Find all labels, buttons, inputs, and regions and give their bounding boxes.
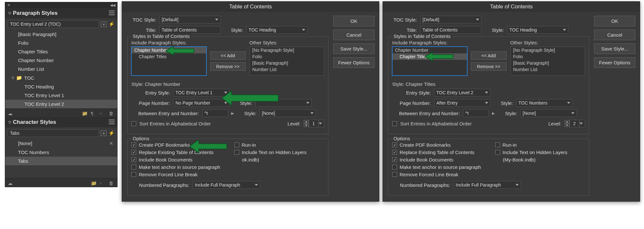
pdf-bookmarks-checkbox[interactable] (131, 142, 136, 147)
add-button[interactable]: << Add (471, 51, 507, 60)
clear-override-icon[interactable]: ⚡ (109, 21, 115, 27)
include-book-checkbox[interactable] (392, 157, 397, 162)
list-item[interactable]: TOC Entry Level 1 (5, 91, 117, 100)
collapse-icon[interactable]: ◀◀ (110, 3, 115, 7)
remove-break-checkbox[interactable] (131, 172, 136, 177)
be-style-select[interactable]: [None] (260, 109, 316, 117)
title-style-select[interactable]: TOC Heading (507, 26, 568, 34)
list-item[interactable]: Number List (250, 66, 324, 73)
current-style-field[interactable] (8, 20, 99, 28)
entry-style-select[interactable]: TOC Entry Level 2 (434, 89, 490, 96)
toc-style-select[interactable]: [Default] (420, 16, 481, 23)
list-item[interactable]: Folio (250, 53, 324, 60)
fewer-options-button[interactable]: Fewer Options (333, 57, 374, 68)
list-item-selected[interactable]: TOC Entry Level 2 (5, 100, 117, 108)
list-item[interactable]: Chapter Titles (5, 47, 117, 56)
entry-style-select[interactable]: TOC Entry Level 1 (173, 89, 230, 96)
sort-checkbox[interactable] (392, 121, 397, 126)
current-char-style-field[interactable] (8, 129, 99, 137)
list-item[interactable]: [Basic Paragraph] (511, 60, 585, 66)
save-style-button[interactable]: Save Style... (594, 43, 635, 54)
list-item[interactable]: Chapter Titles (393, 53, 467, 60)
runin-checkbox[interactable] (495, 142, 500, 147)
level-value[interactable]: 2 (570, 120, 579, 127)
toc-style-select[interactable]: [Default] (159, 16, 221, 23)
flyout-icon[interactable]: ▶ (492, 111, 495, 115)
list-item[interactable]: [No Paragraph Style] (511, 47, 585, 53)
level-stepper[interactable]: ▲▼ 1 (304, 120, 324, 127)
anchor-checkbox[interactable] (392, 165, 397, 169)
anchor-checkbox[interactable] (131, 165, 136, 169)
title-style-select[interactable]: TOC Heading (246, 26, 308, 34)
trash-icon[interactable]: 🗑 (109, 180, 115, 185)
title-input[interactable]: Table of Contents (420, 26, 481, 34)
level-stepper[interactable]: ▲▼ 2 (564, 120, 585, 127)
pn-style-select[interactable] (255, 99, 312, 107)
between-input[interactable]: ^t (202, 109, 228, 117)
list-item[interactable]: [None] ✕ (5, 139, 117, 148)
trash-icon[interactable]: 🗑 (109, 111, 115, 115)
page-number-select[interactable]: No Page Number (173, 99, 230, 107)
ok-button[interactable]: OK (333, 16, 374, 26)
list-item[interactable]: [No Paragraph Style] (250, 47, 324, 53)
list-item-selected[interactable]: Tabs (5, 157, 117, 165)
new-icon[interactable]: ▫ (100, 180, 106, 185)
cloud-icon[interactable]: ☁ (8, 180, 14, 185)
list-item[interactable]: Chapter Number (393, 47, 467, 53)
remove-button[interactable]: Remove >> (471, 62, 507, 71)
cancel-button[interactable]: Cancel (594, 30, 635, 40)
page-number-select[interactable]: After Entry (434, 99, 490, 107)
list-item[interactable]: Chapter Titles (132, 53, 206, 60)
pn-style-select[interactable]: TOC Numbers (516, 99, 573, 107)
included-styles-list[interactable]: Chapter Number Chapter Titles (392, 47, 467, 76)
num-para-select[interactable]: Include Full Paragraph (453, 181, 521, 189)
level-value[interactable]: 1 (309, 120, 318, 127)
chevron-down-icon[interactable]: ▽ (8, 120, 11, 124)
list-item[interactable]: [Basic Paragraph] (250, 60, 324, 66)
num-para-select[interactable]: Include Full Paragraph (193, 181, 260, 189)
level-dropdown[interactable] (318, 120, 324, 127)
chevron-down-icon[interactable]: ▽ (8, 11, 11, 15)
list-item[interactable]: Chapter Number (5, 56, 117, 65)
list-item[interactable]: Number List (5, 65, 117, 73)
pdf-bookmarks-checkbox[interactable] (392, 142, 397, 147)
fewer-options-button[interactable]: Fewer Options (594, 57, 635, 68)
other-styles-list[interactable]: [No Paragraph Style] Folio [Basic Paragr… (510, 47, 585, 76)
cancel-button[interactable]: Cancel (333, 30, 374, 40)
new-icon[interactable]: ▫ (100, 111, 106, 115)
panel-menu-icon[interactable] (109, 120, 115, 124)
new-style-icon[interactable]: + (101, 22, 107, 27)
level-dropdown[interactable] (579, 120, 585, 127)
style-list[interactable]: [Basic Paragraph] Folio Chapter Titles C… (5, 30, 117, 108)
clear-icon[interactable]: ¶ (91, 111, 97, 115)
remove-break-checkbox[interactable] (392, 172, 397, 177)
other-styles-list[interactable]: [No Paragraph Style] Folio [Basic Paragr… (250, 47, 325, 76)
clear-override-icon[interactable]: ⚡ (109, 130, 115, 136)
sort-checkbox[interactable] (131, 121, 136, 126)
hidden-layers-checkbox[interactable] (234, 150, 239, 155)
hidden-layers-checkbox[interactable] (495, 150, 500, 155)
be-style-select[interactable]: [None] (520, 109, 577, 117)
replace-toc-checkbox[interactable] (131, 150, 136, 155)
list-item[interactable]: TOC Numbers (5, 148, 117, 157)
list-item[interactable]: Number List (511, 66, 585, 73)
save-style-button[interactable]: Save Style... (333, 43, 374, 54)
list-item[interactable]: [Basic Paragraph] (5, 30, 117, 39)
add-button[interactable]: << Add (210, 51, 246, 60)
char-style-list[interactable]: [None] ✕ TOC Numbers Tabs (5, 139, 117, 165)
new-style-icon[interactable]: + (101, 131, 107, 136)
list-item[interactable]: Chapter Number (132, 47, 206, 53)
close-icon[interactable]: ✕ (7, 3, 10, 7)
runin-checkbox[interactable] (234, 142, 239, 147)
folder-icon[interactable]: 📁 (82, 111, 88, 115)
replace-toc-checkbox[interactable] (392, 150, 397, 155)
remove-button[interactable]: Remove >> (210, 62, 246, 71)
cloud-icon[interactable]: ☁ (8, 111, 14, 115)
list-item[interactable]: TOC Heading (5, 82, 117, 91)
list-item[interactable]: Folio (5, 39, 117, 47)
ok-button[interactable]: OK (594, 16, 635, 26)
flyout-icon[interactable]: ▶ (231, 111, 234, 115)
include-book-checkbox[interactable] (131, 157, 136, 162)
list-item[interactable]: Folio (511, 53, 585, 60)
title-input[interactable]: Table of Contents (159, 26, 221, 34)
